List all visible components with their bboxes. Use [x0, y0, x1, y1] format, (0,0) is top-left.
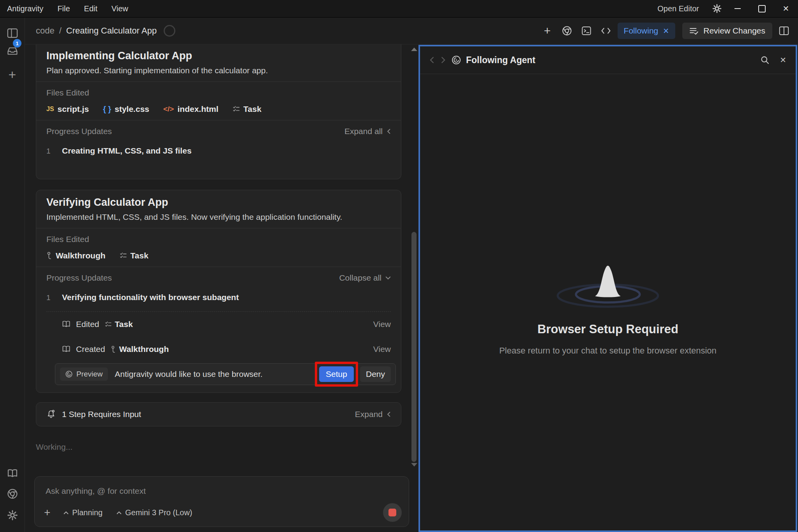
- composer: + Planning Gemini 3 Pro (Low): [34, 476, 409, 527]
- maximize-icon: [758, 5, 766, 12]
- conversation-header: code / Creating Calculator App +: [25, 18, 798, 44]
- progress-step[interactable]: 1 Creating HTML, CSS, and JS files: [46, 146, 391, 156]
- close-panel-icon[interactable]: ✕: [780, 56, 786, 64]
- file-chip-task[interactable]: Task: [233, 104, 261, 114]
- walkthrough-icon: [111, 346, 116, 353]
- step-title: Verifying functionality with browser sub…: [62, 293, 239, 302]
- nav-back-icon[interactable]: [429, 57, 434, 64]
- following-agent-panel: Following Agent ✕ Browser Setup Required…: [418, 45, 797, 532]
- mode-selector[interactable]: Planning: [64, 508, 102, 517]
- file-chip-label: Task: [244, 104, 261, 114]
- breadcrumb: code / Creating Calculator App: [25, 25, 175, 37]
- terminal-icon[interactable]: [579, 23, 594, 39]
- book-icon: [62, 320, 71, 328]
- update-target-label: Walkthrough: [119, 345, 169, 354]
- walkthrough-icon: [46, 252, 52, 260]
- progress-updates-section: Progress Updates Expand all 1 Creating H…: [36, 120, 401, 162]
- file-chip-index-html[interactable]: </> index.html: [163, 104, 219, 114]
- requires-input-label: 1 Step Requires Input: [62, 410, 141, 419]
- browser-chrome-icon[interactable]: [559, 23, 575, 39]
- close-window-button[interactable]: ✕: [774, 0, 798, 17]
- minimize-button[interactable]: [726, 0, 750, 17]
- view-link[interactable]: View: [373, 345, 391, 354]
- card-title: Implementing Calculator App: [46, 50, 391, 62]
- tab-following-label: Following: [624, 26, 659, 35]
- search-icon[interactable]: [760, 55, 770, 65]
- lightbulb-icon[interactable]: [0, 528, 25, 532]
- browser-setup-heading: Browser Setup Required: [537, 322, 678, 336]
- new-conversation-icon[interactable]: +: [0, 66, 25, 83]
- add-tab-icon[interactable]: +: [540, 23, 555, 39]
- docs-book-icon[interactable]: [0, 465, 25, 482]
- bell-icon: [46, 409, 56, 419]
- update-target-walkthrough: Walkthrough: [111, 345, 169, 354]
- file-chip-script-js[interactable]: JS script.js: [46, 104, 89, 114]
- deny-button[interactable]: Deny: [360, 366, 391, 382]
- progress-updates-section: Progress Updates Collapse all 1 Verifyin…: [36, 267, 401, 385]
- progress-updates-label: Progress Updates: [46, 273, 112, 283]
- view-link[interactable]: View: [373, 320, 391, 329]
- browser-chrome-icon[interactable]: [0, 485, 25, 502]
- model-selector[interactable]: Gemini 3 Pro (Low): [117, 508, 192, 517]
- code-brackets-icon[interactable]: [598, 23, 614, 39]
- scroll-down-arrow[interactable]: [411, 463, 417, 467]
- expand-label: Expand: [355, 410, 383, 419]
- settings-gear-icon[interactable]: [708, 0, 726, 17]
- file-chip-style-css[interactable]: { } style.css: [103, 104, 149, 114]
- chevron-up-icon: [117, 511, 122, 514]
- progress-step[interactable]: 1 Verifying functionality with browser s…: [46, 293, 391, 302]
- preview-chip[interactable]: Preview: [60, 368, 108, 381]
- loading-spinner-icon: [164, 25, 175, 37]
- collapse-all-button[interactable]: Collapse all: [339, 273, 391, 283]
- antigravity-logo: [544, 265, 672, 311]
- files-edited-section: Files Edited Walkthrough Task: [36, 228, 401, 267]
- preview-chip-label: Preview: [76, 370, 103, 378]
- setup-button-label: Setup: [326, 369, 347, 378]
- update-action: Edited: [76, 320, 99, 329]
- close-icon: ✕: [783, 5, 789, 12]
- task-list-icon: [105, 321, 112, 328]
- tab-following[interactable]: Following ✕: [618, 23, 676, 39]
- implementing-card-header: Implementing Calculator App Plan approve…: [36, 44, 401, 82]
- tab-close-icon[interactable]: ✕: [663, 27, 669, 35]
- menu-edit[interactable]: Edit: [84, 4, 97, 13]
- inbox-badge: 1: [13, 39, 21, 48]
- task-list-icon: [233, 106, 240, 113]
- expand-button[interactable]: Expand: [355, 410, 391, 419]
- open-editor-button[interactable]: Open Editor: [657, 4, 699, 13]
- setup-button[interactable]: Setup: [319, 366, 354, 382]
- menubar: Antigravity File Edit View: [0, 4, 128, 13]
- file-chip-task[interactable]: Task: [120, 251, 148, 260]
- update-row-edited-task[interactable]: Edited Task View: [46, 312, 391, 337]
- menu-view[interactable]: View: [111, 4, 128, 13]
- menu-antigravity[interactable]: Antigravity: [7, 4, 43, 13]
- update-row-created-walkthrough[interactable]: Created Walkthrough View: [46, 337, 391, 362]
- browser-permission-request: Preview Antigravity would like to use th…: [55, 363, 396, 385]
- stop-button[interactable]: [383, 503, 402, 522]
- chat-input[interactable]: [45, 486, 319, 496]
- expand-all-label: Expand all: [344, 127, 383, 136]
- split-editor-icon[interactable]: [776, 23, 792, 39]
- requires-input-bar[interactable]: 1 Step Requires Input Expand: [36, 402, 401, 426]
- file-chip-walkthrough[interactable]: Walkthrough: [46, 251, 106, 260]
- expand-all-button[interactable]: Expand all: [344, 127, 391, 136]
- maximize-button[interactable]: [750, 0, 774, 17]
- attach-plus-icon[interactable]: +: [44, 507, 50, 518]
- antigravity-window: Antigravity File Edit View Open Editor ✕: [0, 0, 798, 532]
- toggle-sidebar-icon[interactable]: [0, 25, 25, 42]
- update-target-task: Task: [105, 320, 133, 329]
- settings-gear-icon[interactable]: [0, 507, 25, 524]
- mode-selector-label: Planning: [72, 508, 102, 517]
- step-title: Creating HTML, CSS, and JS files: [62, 146, 192, 156]
- menu-file[interactable]: File: [57, 4, 70, 13]
- inbox-icon[interactable]: 1: [0, 42, 25, 60]
- file-chip-label: Task: [131, 251, 148, 260]
- review-changes-button[interactable]: Review Changes: [682, 23, 772, 39]
- breadcrumb-separator: /: [59, 26, 62, 36]
- scroll-up-arrow[interactable]: [411, 48, 417, 51]
- verifying-card: Verifying Calculator App Implemented HTM…: [36, 190, 401, 393]
- breadcrumb-workspace[interactable]: code: [36, 26, 55, 36]
- scrollbar-thumb[interactable]: [411, 232, 417, 462]
- nav-forward-icon[interactable]: [441, 57, 446, 64]
- breadcrumb-session-title[interactable]: Creating Calculator App: [66, 26, 157, 36]
